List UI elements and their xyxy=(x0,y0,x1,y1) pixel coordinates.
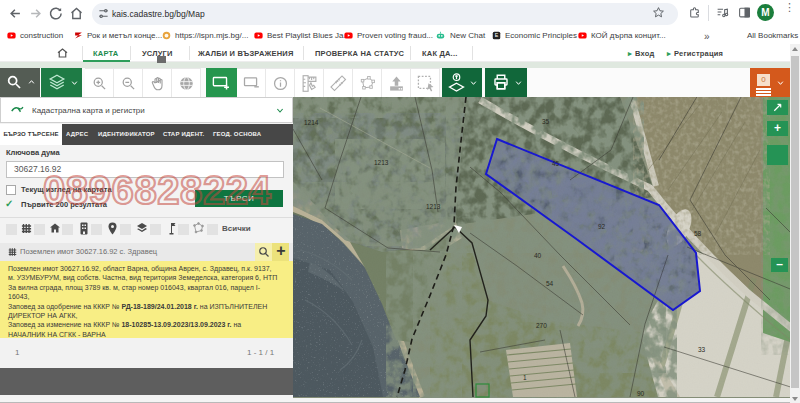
svg-text:45: 45 xyxy=(552,160,560,167)
svg-text:54: 54 xyxy=(546,280,554,287)
svg-text:1213: 1213 xyxy=(426,203,441,210)
svg-text:90: 90 xyxy=(637,390,645,397)
svg-text:1213: 1213 xyxy=(374,159,389,166)
svg-text:270: 270 xyxy=(536,322,547,329)
svg-text:1: 1 xyxy=(523,374,527,381)
svg-text:58: 58 xyxy=(694,230,702,237)
svg-text:E: E xyxy=(495,32,499,38)
svg-text:33: 33 xyxy=(698,346,706,353)
svg-text:40: 40 xyxy=(534,252,542,259)
svg-text:1214: 1214 xyxy=(304,119,319,126)
svg-text:35: 35 xyxy=(542,118,550,125)
svg-text:92: 92 xyxy=(598,223,606,230)
